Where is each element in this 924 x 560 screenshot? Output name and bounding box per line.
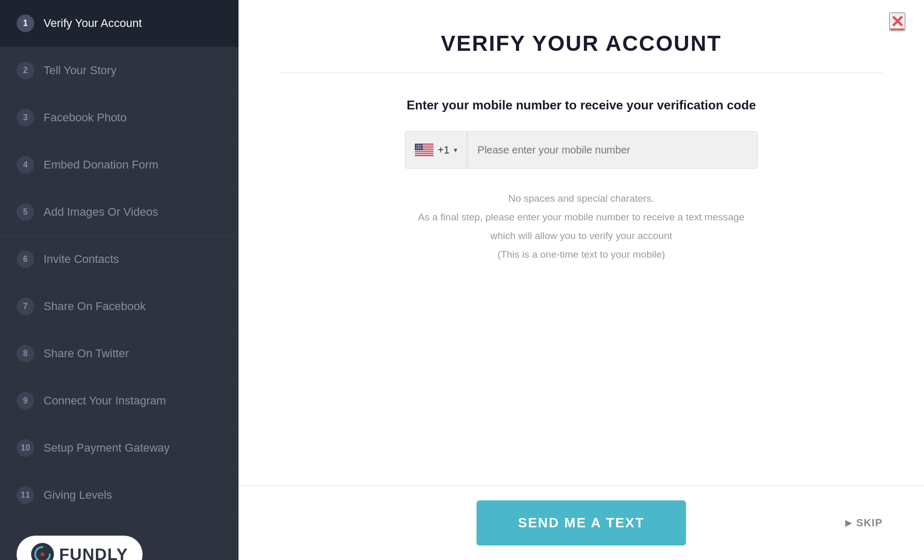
hint-line1: No spaces and special charaters. [418,189,744,208]
sidebar-item-label-7: Share On Facebook [44,300,146,313]
step-badge-6: 6 [17,250,34,268]
hint-line4: (This is a one-time text to your mobile) [418,245,744,264]
step-badge-1: 1 [17,15,34,32]
skip-arrow-icon: ▶ [845,518,852,528]
svg-rect-5 [415,150,433,151]
form-section: Enter your mobile number to receive your… [280,98,883,465]
page-title: VERIFY YOUR ACCOUNT [280,31,883,56]
step-badge-11: 11 [17,486,34,504]
step-badge-3: 3 [17,109,34,127]
sidebar-item-label-9: Connect Your Instagram [44,394,166,408]
fundly-logo-icon [31,543,54,560]
sidebar-item-1[interactable]: 1 Verify Your Account [0,0,239,47]
send-text-button[interactable]: SEND ME A TEXT [477,500,686,545]
svg-rect-6 [415,152,433,153]
us-flag-icon: ★★★★★ ★★★★ ★★★★★ ★★★★ [415,144,433,156]
sidebar-item-4[interactable]: 4 Embed Donation Form [0,142,239,189]
footer-area: SEND ME A TEXT ▶ SKIP [239,485,924,560]
svg-rect-7 [415,154,433,155]
sidebar-item-7[interactable]: 7 Share On Facebook [0,283,239,330]
close-button[interactable]: ✕ [889,12,905,31]
sidebar-item-label-6: Invite Contacts [44,253,119,266]
dropdown-arrow-icon: ▾ [454,146,457,154]
sidebar-item-6[interactable]: 6 Invite Contacts [0,236,239,283]
sidebar-item-10[interactable]: 10 Setup Payment Gateway [0,425,239,472]
sidebar-item-label-1: Verify Your Account [44,17,142,30]
sidebar-item-label-3: Facebook Photo [44,111,127,124]
step-badge-8: 8 [17,345,34,362]
step-badge-7: 7 [17,298,34,315]
skip-button[interactable]: ▶ SKIP [845,517,883,529]
sidebar-item-label-4: Embed Donation Form [44,158,158,172]
form-subtitle: Enter your mobile number to receive your… [407,98,756,113]
sidebar-item-3[interactable]: 3 Facebook Photo [0,94,239,142]
step-badge-10: 10 [17,439,34,457]
hint-line3: which will allow you to verify your acco… [418,227,744,245]
skip-label: SKIP [856,517,883,529]
country-code: +1 [438,144,450,156]
hint-text: No spaces and special charaters. As a fi… [418,189,744,264]
sidebar-logo: FUNDLY [0,519,239,560]
logo-container: FUNDLY [17,536,143,560]
sidebar-item-5[interactable]: 5 Add Images Or Videos [0,189,239,236]
svg-text:★: ★ [420,148,422,150]
step-badge-4: 4 [17,156,34,174]
sidebar-item-9[interactable]: 9 Connect Your Instagram [0,377,239,425]
hint-line2: As a final step, please enter your mobil… [418,208,744,227]
sidebar-item-label-2: Tell Your Story [44,64,117,77]
phone-input[interactable] [467,144,757,156]
sidebar-item-11[interactable]: 11 Giving Levels [0,472,239,519]
content-body: VERIFY YOUR ACCOUNT Enter your mobile nu… [239,0,924,485]
sidebar-item-8[interactable]: 8 Share On Twitter [0,330,239,377]
svg-point-0 [31,543,54,560]
sidebar: 1 Verify Your Account 2 Tell Your Story … [0,0,239,560]
step-badge-2: 2 [17,62,34,79]
sidebar-item-label-11: Giving Levels [44,488,112,502]
phone-input-row: ★★★★★ ★★★★ ★★★★★ ★★★★ +1 ▾ [405,131,758,169]
step-badge-9: 9 [17,392,34,410]
title-divider [280,73,883,73]
country-selector[interactable]: ★★★★★ ★★★★ ★★★★★ ★★★★ +1 ▾ [405,132,467,168]
main-content: ✕ VERIFY YOUR ACCOUNT Enter your mobile … [239,0,924,560]
step-badge-5: 5 [17,203,34,221]
logo-text: FUNDLY [59,545,128,561]
sidebar-item-label-10: Setup Payment Gateway [44,441,170,455]
sidebar-item-label-8: Share On Twitter [44,347,129,360]
sidebar-item-label-5: Add Images Or Videos [44,205,158,219]
sidebar-item-2[interactable]: 2 Tell Your Story [0,47,239,94]
